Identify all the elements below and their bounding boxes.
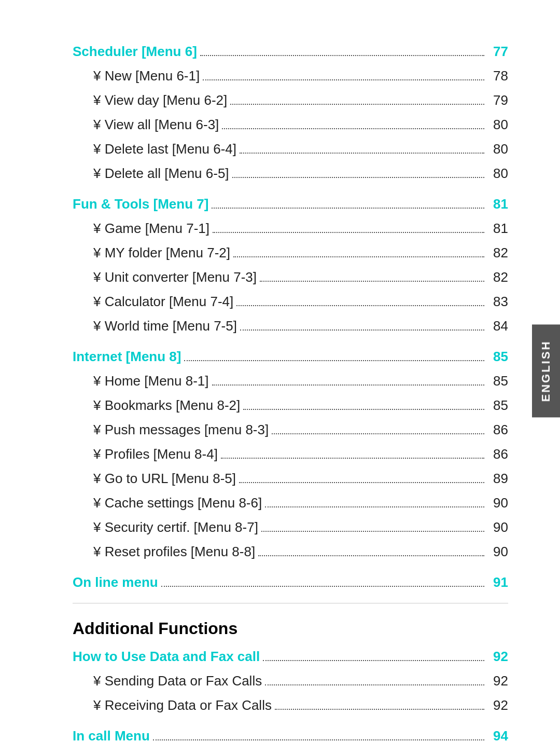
item-page: 84 xyxy=(487,316,508,336)
dots xyxy=(272,433,484,434)
dots xyxy=(240,329,484,331)
fun-tools-heading-entry: Fun & Tools [Menu 7] 81 xyxy=(73,194,508,214)
dots xyxy=(212,208,484,209)
internet-heading-entry: Internet [Menu 8] 85 xyxy=(73,347,508,367)
list-item: ¥ Bookmarks [Menu 8-2] 85 xyxy=(73,395,508,416)
item-label: ¥ Bookmarks [Menu 8-2] xyxy=(93,395,240,416)
list-item: ¥ Cache settings [Menu 8-6] 90 xyxy=(73,493,508,513)
data-fax-heading-entry: How to Use Data and Fax call 92 xyxy=(73,647,508,667)
item-page: 83 xyxy=(487,292,508,312)
item-label: ¥ Delete last [Menu 6-4] xyxy=(93,139,236,159)
item-page: 90 xyxy=(487,517,508,538)
item-label: ¥ View day [Menu 6-2] xyxy=(93,90,227,111)
scheduler-dots xyxy=(200,55,484,56)
list-item: ¥ Push messages [menu 8-3] 86 xyxy=(73,420,508,440)
item-label: ¥ Profiles [Menu 8-4] xyxy=(93,444,218,464)
item-page: 86 xyxy=(487,420,508,440)
dots xyxy=(221,458,484,459)
list-item: ¥ World time [Menu 7-5] 84 xyxy=(73,316,508,336)
scheduler-heading-entry: Scheduler [Menu 6] 77 xyxy=(73,42,508,62)
list-item: ¥ Sending Data or Fax Calls 92 xyxy=(73,671,508,691)
fun-tools-section: Fun & Tools [Menu 7] 81 ¥ Game [Menu 7-1… xyxy=(73,194,508,336)
dots xyxy=(265,684,484,685)
item-page: 90 xyxy=(487,542,508,562)
list-item: ¥ Profiles [Menu 8-4] 86 xyxy=(73,444,508,464)
page-container: Scheduler [Menu 6] 77 ¥ New [Menu 6-1] 7… xyxy=(0,0,560,742)
in-call-page: 94 xyxy=(487,726,508,742)
item-label: ¥ MY folder [Menu 7-2] xyxy=(93,243,230,263)
additional-functions-heading: Additional Functions xyxy=(73,619,508,638)
data-fax-heading: How to Use Data and Fax call xyxy=(73,647,260,667)
list-item: ¥ Calculator [Menu 7-4] 83 xyxy=(73,292,508,312)
scheduler-section: Scheduler [Menu 6] 77 ¥ New [Menu 6-1] 7… xyxy=(73,42,508,184)
dots xyxy=(239,482,484,483)
item-page: 82 xyxy=(487,267,508,287)
list-item: ¥ Delete all [Menu 6-5] 80 xyxy=(73,163,508,184)
list-item: ¥ New [Menu 6-1] 78 xyxy=(73,66,508,86)
item-label: ¥ Game [Menu 7-1] xyxy=(93,218,209,239)
dots xyxy=(153,739,484,740)
internet-section: Internet [Menu 8] 85 ¥ Home [Menu 8-1] 8… xyxy=(73,347,508,562)
dots xyxy=(236,305,484,306)
in-call-section: In call Menu 94 ¥ 1 DURING A CALL 94 ¥ 2… xyxy=(73,726,508,742)
list-item: ¥ Go to URL [Menu 8-5] 89 xyxy=(73,469,508,489)
list-item: ¥ Home [Menu 8-1] 85 xyxy=(73,371,508,391)
dots xyxy=(184,360,484,361)
online-menu-section: On line menu 91 xyxy=(73,572,508,593)
dots xyxy=(265,506,484,507)
online-menu-heading-entry: On line menu 91 xyxy=(73,572,508,593)
dots xyxy=(258,555,484,556)
fun-tools-page: 81 xyxy=(487,194,508,214)
item-page: 78 xyxy=(487,66,508,86)
list-item: ¥ Reset profiles [Menu 8-8] 90 xyxy=(73,542,508,562)
list-item: ¥ View all [Menu 6-3] 80 xyxy=(73,115,508,135)
item-label: ¥ Home [Menu 8-1] xyxy=(93,371,209,391)
internet-heading: Internet [Menu 8] xyxy=(73,347,181,367)
item-label: ¥ Cache settings [Menu 8-6] xyxy=(93,493,262,513)
data-fax-section: How to Use Data and Fax call 92 ¥ Sendin… xyxy=(73,647,508,716)
item-page: 82 xyxy=(487,243,508,263)
item-page: 92 xyxy=(487,671,508,691)
item-label: ¥ Unit converter [Menu 7-3] xyxy=(93,267,257,287)
item-label: ¥ Calculator [Menu 7-4] xyxy=(93,292,233,312)
online-menu-page: 91 xyxy=(487,572,508,593)
dots xyxy=(263,660,484,661)
item-page: 85 xyxy=(487,395,508,416)
list-item: ¥ MY folder [Menu 7-2] 82 xyxy=(73,243,508,263)
dots xyxy=(240,153,484,154)
scheduler-heading: Scheduler [Menu 6] xyxy=(73,42,197,62)
item-label: ¥ Go to URL [Menu 8-5] xyxy=(93,469,236,489)
item-page: 80 xyxy=(487,163,508,184)
item-label: ¥ Security certif. [Menu 8-7] xyxy=(93,517,258,538)
section-divider xyxy=(73,603,508,603)
list-item: ¥ Game [Menu 7-1] 81 xyxy=(73,218,508,239)
dots xyxy=(232,177,484,178)
item-page: 80 xyxy=(487,139,508,159)
item-label: ¥ World time [Menu 7-5] xyxy=(93,316,237,336)
item-page: 81 xyxy=(487,218,508,239)
item-label: ¥ Push messages [menu 8-3] xyxy=(93,420,269,440)
internet-page: 85 xyxy=(487,347,508,367)
item-page: 89 xyxy=(487,469,508,489)
list-item: ¥ Receiving Data or Fax Calls 92 xyxy=(73,695,508,716)
list-item: ¥ View day [Menu 6-2] 79 xyxy=(73,90,508,111)
dots xyxy=(161,586,484,587)
dots xyxy=(275,709,484,710)
dots xyxy=(243,409,484,410)
item-label: ¥ View all [Menu 6-3] xyxy=(93,115,219,135)
item-label: ¥ Delete all [Menu 6-5] xyxy=(93,163,229,184)
item-page: 90 xyxy=(487,493,508,513)
in-call-heading-entry: In call Menu 94 xyxy=(73,726,508,742)
item-label: ¥ Receiving Data or Fax Calls xyxy=(93,695,272,716)
list-item: ¥ Security certif. [Menu 8-7] 90 xyxy=(73,517,508,538)
dots xyxy=(212,384,484,386)
list-item: ¥ Delete last [Menu 6-4] 80 xyxy=(73,139,508,159)
item-page: 85 xyxy=(487,371,508,391)
item-page: 79 xyxy=(487,90,508,111)
dots xyxy=(203,79,484,80)
dots xyxy=(233,256,484,257)
dots xyxy=(213,232,484,233)
dots xyxy=(260,281,484,282)
item-page: 80 xyxy=(487,115,508,135)
item-label: ¥ Sending Data or Fax Calls xyxy=(93,671,262,691)
